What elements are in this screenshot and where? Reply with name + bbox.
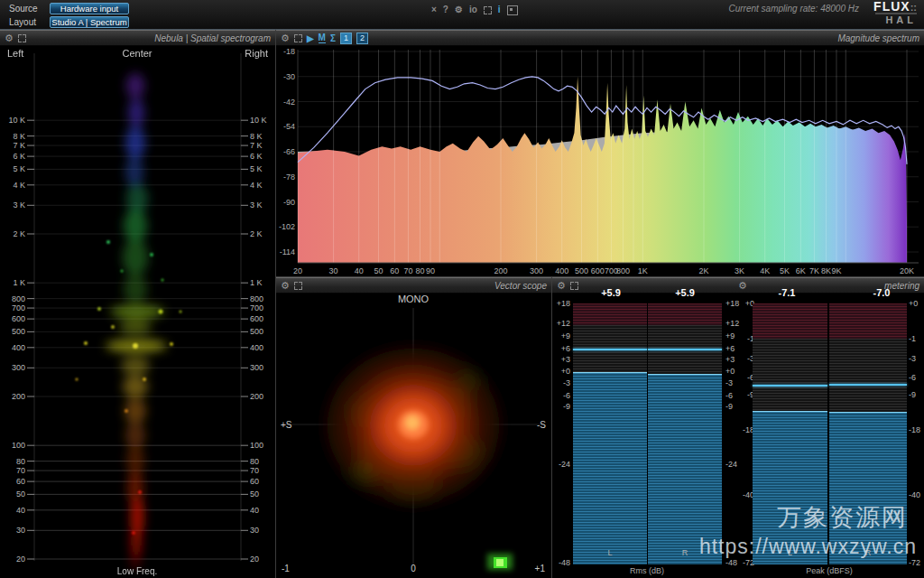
freq-tick-label: 60 [16, 477, 25, 486]
db-tick-label: -66 [283, 147, 295, 156]
fullscreen-icon[interactable] [294, 282, 302, 290]
meter-scale-label: -3 [554, 378, 570, 387]
channel-label: L [607, 548, 612, 557]
sum-toggle[interactable]: Σ [330, 33, 336, 43]
freq-tick-label: 8K [821, 266, 831, 275]
freq-tick-label: 20 [250, 555, 259, 564]
meter-peak-hold [573, 349, 647, 350]
freq-tick-label: 2K [698, 266, 708, 275]
meter-peak-hold [648, 349, 722, 350]
slot-1-button[interactable]: 1 [340, 33, 352, 44]
average-toggle[interactable]: M [319, 33, 326, 43]
freq-tick-label: 7 K [250, 141, 263, 150]
meter-level-top [648, 374, 722, 375]
help-icon[interactable]: ? [443, 5, 448, 15]
meter-peak-hold [829, 384, 907, 386]
spectrum-header: ⚙ ▶ M Σ 1 2 Magnitude spectrum [276, 30, 924, 46]
fullscreen-icon[interactable] [294, 34, 302, 42]
meter-zone-hot [573, 303, 647, 325]
db-tick-label: -54 [283, 122, 295, 131]
correlation-axis-label: -1 [282, 564, 290, 573]
freq-tick-label: 80 [16, 457, 25, 466]
nebula-header: ⚙ Nebula | Spatial spectrogram [0, 30, 275, 46]
freq-tick-label: 30 [16, 526, 25, 535]
freq-tick-label: 600 [12, 314, 25, 323]
meter-value: +5.9 [675, 287, 695, 298]
meter-scale-label: +6 [554, 344, 570, 353]
io-icon[interactable]: io [469, 5, 477, 15]
low-freq-label: Low Freq. [117, 566, 157, 576]
meter-scale-label: +12 [725, 319, 742, 328]
meter-scale-label: +9 [554, 331, 570, 340]
close-icon[interactable]: × [431, 5, 437, 15]
freq-tick-label: 8 K [13, 132, 25, 141]
meter-scale-label: +18 [554, 299, 570, 308]
freq-tick-label: 1 K [13, 278, 25, 287]
db-tick-label: -30 [283, 72, 295, 81]
freq-tick-label: 4 K [13, 181, 25, 190]
freq-tick-label: 600 [591, 266, 605, 275]
panel-title: Vector scope [494, 281, 547, 291]
source-select-button[interactable]: Hardware input [50, 3, 129, 14]
settings-icon[interactable]: ⚙ [281, 279, 290, 292]
freq-tick-label: 6 K [250, 152, 263, 161]
freq-tick-label: 1K [638, 266, 648, 275]
fullscreen-icon[interactable] [18, 34, 26, 42]
meter-scale-label: +12 [554, 319, 570, 328]
magnitude-spectrum-chart: -18-30-42-54-66-78-90-102-11420304050607… [276, 46, 924, 276]
settings-icon[interactable]: ⚙ [455, 5, 463, 15]
vectorscope-display: MONO+S-S-10+1 [276, 294, 551, 578]
settings-icon[interactable]: ⚙ [5, 32, 14, 44]
freq-tick-label: 40 [355, 266, 364, 275]
freq-tick-label: 70 [250, 466, 259, 475]
meter-scale-label: -18 [909, 425, 924, 434]
sampling-rate-label: Current sampling rate: 48000 Hz [728, 4, 859, 14]
correlation-axis-label: +1 [535, 564, 546, 573]
freq-tick-label: 10 K [250, 116, 267, 125]
freq-tick-label: 10 K [8, 116, 25, 125]
slot-2-button[interactable]: 2 [356, 33, 368, 44]
freq-tick-label: 30 [329, 266, 338, 275]
freq-tick-label: 90 [426, 266, 435, 275]
freq-tick-label: 800 [12, 294, 25, 303]
meter-bar [648, 303, 722, 564]
side-label-plus-s: +S [281, 420, 292, 430]
meter-value: -7.0 [873, 287, 891, 298]
nebula-panel: ⚙ Nebula | Spatial spectrogram 10 K10 K8… [0, 30, 276, 578]
meter-scale-label: +6 [725, 344, 742, 353]
freq-tick-label: 8 K [250, 132, 263, 141]
freq-tick-label: 20 [16, 555, 25, 564]
fullscreen-icon[interactable] [484, 6, 492, 14]
meter-scale-label: -9 [554, 402, 570, 411]
meter-zone-level [573, 373, 647, 564]
play-icon[interactable]: ▶ [307, 33, 314, 43]
meter-scale-label: -72 [909, 558, 924, 567]
meter-scale-label: -48 [554, 558, 570, 567]
freq-tick-label: 5 K [13, 164, 25, 173]
meter-scale-label: -3 [909, 354, 924, 363]
freq-tick-label: 5K [780, 266, 790, 275]
window-icon[interactable] [507, 5, 518, 15]
panel-title: Magnitude spectrum [837, 33, 919, 43]
top-bar: Source Hardware input Layout Studio A | … [0, 0, 924, 30]
meter-scale-label: -6 [909, 373, 924, 382]
layout-select-button[interactable]: Studio A | Spectrum [50, 16, 129, 28]
freq-tick-label: 50 [250, 489, 259, 499]
freq-tick-label: 700 [250, 303, 263, 312]
freq-tick-label: 40 [250, 506, 259, 515]
info-icon[interactable]: i [498, 5, 501, 15]
meter-caption: Peak (dBFS) [806, 566, 853, 575]
meter-scale-label: -9 [725, 402, 742, 411]
freq-tick-label: 70 [403, 266, 412, 275]
freq-tick-label: 40 [16, 506, 25, 515]
freq-tick-label: 60 [250, 477, 259, 486]
brand-logo: FLUX:: HAL [873, 2, 917, 24]
meter-peak-hold [753, 385, 827, 387]
meter-scale-label: +0 [554, 367, 570, 376]
mono-label: MONO [398, 294, 430, 304]
db-tick-label: -90 [283, 198, 295, 207]
meter-scale-label: -9 [909, 390, 924, 399]
freq-tick-label: 6K [796, 266, 806, 275]
freq-tick-label: 7K [809, 266, 819, 275]
settings-icon[interactable]: ⚙ [281, 32, 290, 44]
